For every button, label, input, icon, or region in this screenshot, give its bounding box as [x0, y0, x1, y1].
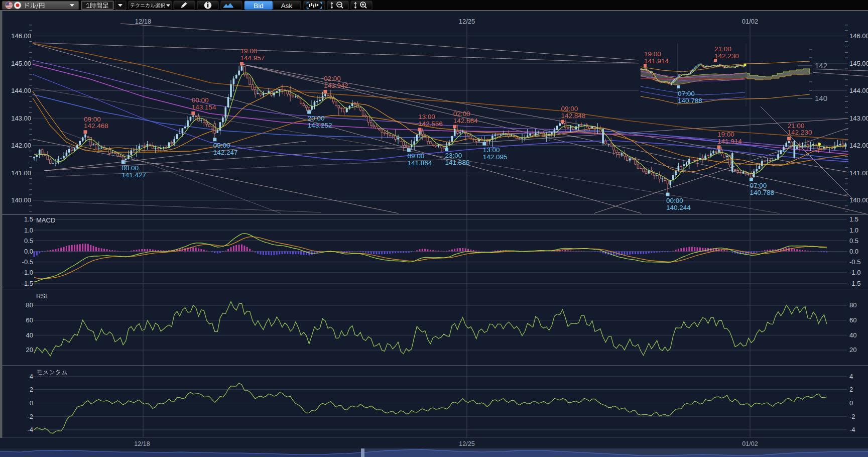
svg-text:144.00: 144.00 [11, 87, 31, 94]
svg-text:145.00: 145.00 [849, 60, 868, 67]
svg-text:12/25: 12/25 [459, 440, 474, 447]
svg-text:140.244: 140.244 [666, 204, 691, 211]
svg-text:01/02: 01/02 [742, 440, 758, 447]
svg-text:1.0: 1.0 [849, 226, 858, 234]
svg-text:0.5: 0.5 [849, 237, 858, 245]
svg-text:12/18: 12/18 [134, 440, 150, 447]
svg-text:1.5: 1.5 [849, 215, 858, 223]
svg-text:144.00: 144.00 [849, 87, 868, 94]
svg-text:-1.5: -1.5 [849, 280, 860, 287]
svg-text:2: 2 [30, 386, 33, 393]
svg-text:00:00: 00:00 [121, 164, 139, 172]
svg-text:80: 80 [849, 301, 856, 309]
svg-text:142.00: 142.00 [849, 142, 868, 149]
svg-text:Bid: Bid [254, 2, 264, 10]
svg-text:143.154: 143.154 [192, 103, 216, 111]
svg-text:13:00: 13:00 [483, 146, 500, 154]
svg-text:143.00: 143.00 [11, 115, 31, 122]
svg-text:2: 2 [849, 386, 853, 393]
svg-text:141.864: 141.864 [407, 159, 432, 167]
svg-text:143.252: 143.252 [308, 122, 332, 129]
svg-text:-0.5: -0.5 [849, 258, 860, 266]
svg-text:-0.5: -0.5 [22, 258, 33, 266]
svg-text:141.886: 141.886 [445, 159, 470, 166]
svg-text:142.230: 142.230 [788, 129, 812, 136]
svg-text:142.664: 142.664 [453, 117, 478, 125]
svg-text:23:00: 23:00 [445, 152, 462, 159]
svg-text:RSI: RSI [36, 292, 47, 300]
svg-text:-1.0: -1.0 [849, 269, 860, 276]
svg-text:-1.5: -1.5 [22, 280, 33, 287]
svg-text:07:00: 07:00 [678, 90, 695, 97]
svg-text:-4: -4 [849, 426, 855, 433]
svg-text:0.0: 0.0 [24, 248, 33, 255]
svg-text:20:00: 20:00 [308, 115, 325, 122]
svg-text:143.00: 143.00 [849, 115, 868, 122]
svg-text:140.00: 140.00 [11, 196, 31, 204]
svg-text:144.957: 144.957 [240, 54, 265, 62]
svg-text:-2: -2 [27, 413, 33, 420]
svg-text:142.468: 142.468 [84, 122, 108, 130]
svg-text:142.247: 142.247 [213, 149, 238, 156]
svg-text:40: 40 [26, 331, 33, 339]
svg-text:00:00: 00:00 [666, 197, 683, 204]
svg-text:60: 60 [849, 316, 856, 324]
svg-text:12/25: 12/25 [459, 18, 475, 25]
svg-text:80: 80 [26, 301, 33, 309]
svg-text:146.00: 146.00 [849, 32, 868, 40]
svg-text:140: 140 [815, 94, 827, 102]
svg-text:142.00: 142.00 [11, 142, 31, 149]
svg-text:141.914: 141.914 [717, 138, 742, 145]
svg-text:21:00: 21:00 [714, 45, 731, 53]
svg-text:142.556: 142.556 [418, 120, 443, 128]
svg-text:MACD: MACD [36, 216, 55, 224]
svg-text:09:00: 09:00 [213, 142, 230, 149]
svg-text:142.230: 142.230 [714, 52, 739, 60]
svg-text:09:00: 09:00 [407, 152, 424, 160]
svg-text:12/18: 12/18 [135, 18, 152, 25]
svg-text:0.0: 0.0 [849, 248, 858, 255]
svg-text:19:00: 19:00 [644, 50, 661, 58]
svg-text:1.0: 1.0 [24, 226, 33, 234]
svg-text:01/02: 01/02 [742, 18, 759, 25]
svg-text:140.788: 140.788 [678, 97, 702, 104]
svg-text:07:00: 07:00 [750, 182, 767, 189]
svg-text:146.00: 146.00 [11, 32, 31, 40]
svg-text:140.00: 140.00 [849, 196, 868, 204]
svg-text:Ask: Ask [281, 2, 293, 10]
svg-text:-4: -4 [27, 426, 33, 433]
svg-text:4: 4 [849, 373, 853, 380]
svg-text:142.848: 142.848 [561, 112, 586, 120]
svg-text:142: 142 [815, 61, 827, 70]
svg-text:141.00: 141.00 [849, 169, 868, 177]
svg-text:142.095: 142.095 [483, 153, 508, 161]
svg-text:40: 40 [849, 331, 856, 339]
svg-text:0: 0 [849, 399, 853, 407]
svg-text:1.5: 1.5 [24, 215, 33, 223]
svg-text:140.788: 140.788 [750, 189, 774, 196]
svg-text:20: 20 [26, 346, 33, 354]
svg-text:60: 60 [26, 316, 33, 324]
svg-text:0: 0 [30, 399, 33, 407]
svg-text:-1.0: -1.0 [22, 269, 33, 276]
svg-text:4: 4 [30, 373, 33, 380]
svg-text:143.942: 143.942 [324, 82, 348, 89]
svg-text:141.00: 141.00 [11, 169, 31, 177]
svg-text:-2: -2 [849, 413, 855, 420]
svg-text:20: 20 [849, 346, 856, 354]
svg-text:141.427: 141.427 [121, 171, 146, 179]
svg-text:145.00: 145.00 [11, 60, 31, 67]
svg-text:0.5: 0.5 [24, 237, 33, 245]
svg-text:141.914: 141.914 [644, 57, 669, 65]
